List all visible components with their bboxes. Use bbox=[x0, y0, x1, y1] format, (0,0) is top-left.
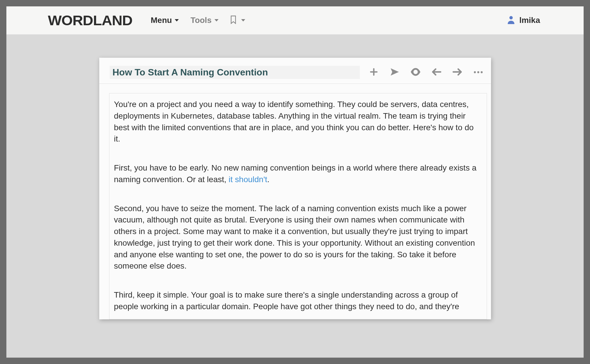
paragraph[interactable]: Second, you have to seize the moment. Th… bbox=[114, 203, 481, 272]
editor-toolbar bbox=[360, 67, 486, 78]
paragraph[interactable]: Third, keep it simple. Your goal is to m… bbox=[114, 289, 481, 312]
document-title-input[interactable] bbox=[110, 66, 360, 79]
nav-menu-dropdown[interactable]: Menu bbox=[145, 13, 185, 28]
paragraph[interactable]: You're on a project and you need a way t… bbox=[114, 99, 481, 145]
editor-card: You're on a project and you need a way t… bbox=[99, 58, 491, 319]
paragraph[interactable]: First, you have to be early. No new nami… bbox=[114, 162, 481, 185]
more-button[interactable] bbox=[473, 67, 483, 78]
nav-tools-dropdown[interactable]: Tools bbox=[185, 13, 224, 28]
content-link[interactable]: it shouldn't bbox=[229, 175, 267, 184]
eye-icon bbox=[410, 68, 421, 77]
svg-point-0 bbox=[510, 16, 513, 19]
editor-body[interactable]: You're on a project and you need a way t… bbox=[109, 93, 487, 319]
new-button[interactable] bbox=[369, 67, 379, 78]
user-menu[interactable]: lmika bbox=[507, 15, 540, 25]
bookmark-icon bbox=[230, 15, 237, 26]
content-area: You're on a project and you need a way t… bbox=[6, 35, 584, 319]
svg-point-6 bbox=[474, 71, 476, 73]
plus-icon bbox=[369, 67, 378, 78]
editor-header bbox=[99, 58, 491, 84]
brand-logo[interactable]: WORDLAND bbox=[48, 12, 132, 28]
prev-button[interactable] bbox=[431, 67, 442, 78]
app-window: WORDLAND Menu Tools bbox=[6, 6, 584, 358]
nav-tools-label: Tools bbox=[190, 16, 212, 25]
chevron-down-icon bbox=[241, 19, 245, 21]
nav-menu: Menu Tools bbox=[145, 12, 250, 28]
arrow-left-icon bbox=[432, 68, 441, 77]
svg-point-7 bbox=[477, 71, 479, 73]
ellipsis-icon bbox=[474, 70, 483, 75]
preview-button[interactable] bbox=[410, 67, 421, 78]
nav-bookmark-dropdown[interactable] bbox=[224, 12, 250, 28]
svg-point-3 bbox=[414, 71, 416, 73]
chevron-down-icon bbox=[175, 19, 179, 21]
user-name-label: lmika bbox=[519, 16, 540, 25]
send-button[interactable] bbox=[389, 67, 400, 78]
chevron-down-icon bbox=[214, 19, 219, 21]
arrow-right-icon bbox=[452, 68, 462, 77]
nav-menu-label: Menu bbox=[151, 16, 172, 25]
svg-point-8 bbox=[481, 71, 483, 73]
next-button[interactable] bbox=[452, 67, 463, 78]
user-icon bbox=[507, 15, 515, 25]
paper-plane-icon bbox=[390, 67, 399, 78]
navbar: WORDLAND Menu Tools bbox=[6, 6, 584, 35]
